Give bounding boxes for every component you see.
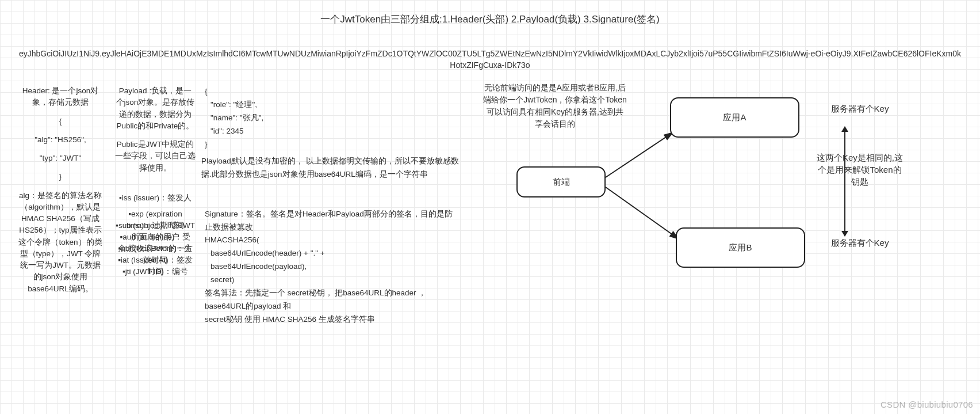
field-jti: ▪jti (JWT ID)：编号 <box>115 266 196 273</box>
signature-formula-header: base64UrlEncode(header) + "." + <box>210 247 460 260</box>
payload-json-id: "id": 2345 <box>210 125 460 138</box>
header-json-open: { <box>17 116 104 127</box>
server-key-note-b: 服务器有个Key <box>817 237 903 249</box>
jwt-token-string: eyJhbGciOiJIUzI1NiJ9.eyJleHAiOjE3MDE1MDU… <box>17 48 963 71</box>
signature-definition: Signature：签名。签名是对Header和Payload两部分的签名，目的… <box>205 208 460 234</box>
signature-formula-payload: base64UrlEncode(payload), <box>210 260 460 274</box>
same-key-note: 这两个Key是相同的,这个是用来解锁Token的钥匙 <box>817 151 903 188</box>
payload-public-note: Public是JWT中规定的一些字段，可以自己选择使用。 <box>115 139 196 174</box>
payload-json-role: "role": "经理", <box>210 98 460 112</box>
signature-explain2: secret秘钥 使用 HMAC SHA256 生成签名字符串 <box>205 313 460 326</box>
watermark: CSDN @biubiubiu0706 <box>881 400 973 409</box>
example-column: { "role": "经理", "name": "张凡", "id": 2345… <box>201 85 460 326</box>
payload-json-name: "name": "张凡", <box>210 112 460 125</box>
header-definition: Header: 是一个json对象，存储元数据 <box>17 85 104 109</box>
header-json-typ: "typ": "JWT" <box>17 153 104 164</box>
signature-formula-secret: secret) <box>210 274 460 287</box>
header-column: Header: 是一个json对象，存储元数据 { "alg": "HS256"… <box>17 85 104 295</box>
app-a-box: 应用A <box>670 97 799 138</box>
field-nbf: ▪nbf (Not Before)：生效时间 <box>115 243 196 250</box>
app-b-box: 应用B <box>676 227 805 268</box>
frontend-box: 前端 <box>516 166 606 197</box>
payload-json-close: } <box>205 138 460 151</box>
header-json-alg: "alg": "HS256", <box>17 134 104 146</box>
server-key-note-a: 服务器有个Key <box>817 102 903 115</box>
key-link-line <box>844 127 845 236</box>
svg-line-0 <box>606 132 673 177</box>
page-title: 一个JwtToken由三部分组成:1.Header(头部) 2.Payload(… <box>0 13 980 26</box>
payload-column: Payload :负载，是一个json对象。是存放传递的数据，数据分为Publi… <box>115 85 196 273</box>
field-sub: ▪sub (subject)：该JWT所面向的用户 <box>115 220 196 227</box>
signature-explain1: 签名算法：先指定一个 secret秘钥， 把base64URL的header ，… <box>205 287 460 313</box>
payload-definition: Payload :负载，是一个json对象。是存放传递的数据，数据分为Publi… <box>115 85 196 132</box>
signature-formula-open: HMACSHA256( <box>205 234 460 247</box>
payload-json-open: { <box>205 85 460 98</box>
header-json-close: } <box>17 171 104 183</box>
field-iss: ▪iss (issuer)：签发人 <box>115 192 196 204</box>
header-explain: alg：是签名的算法名称（algorithm），默认是 HMAC SHA256（… <box>17 190 104 295</box>
field-exp: ▪exp (expiration time)：过期时间 <box>115 208 196 215</box>
field-iat: ▪iat (Issued At)：签发时间 <box>115 255 196 261</box>
svg-line-1 <box>606 187 679 239</box>
field-aud: ▪aud (audience)：受众,接收该JWT的一方 <box>115 231 196 238</box>
payload-note: Playload默认是没有加密的， 以上数据都明文传输的，所以不要放敏感数据.此… <box>201 155 460 181</box>
